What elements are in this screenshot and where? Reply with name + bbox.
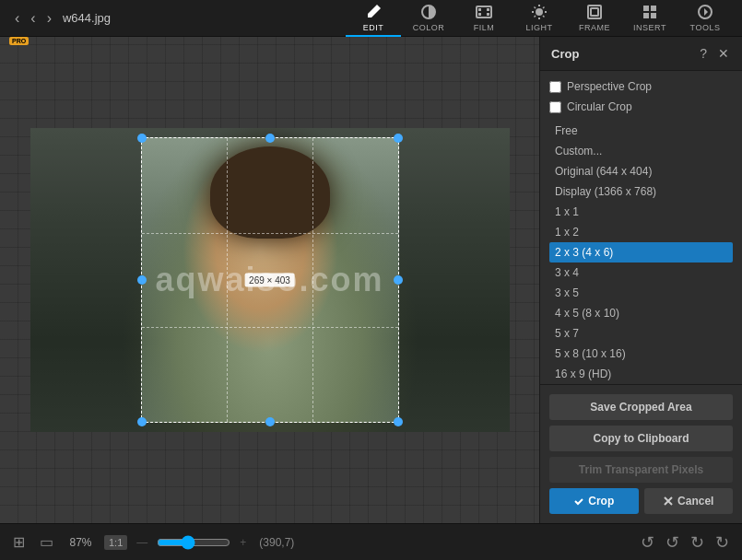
zoom-slider[interactable] [157,535,230,550]
panel-header-btns: ? ✕ [698,44,731,63]
svg-rect-1 [477,6,491,18]
trim-pixels-btn: Trim Transparent Pixels [549,457,733,483]
color-icon [419,3,438,21]
main-image: aqwaiso.com [30,128,510,432]
light-icon [530,3,548,21]
image-person [30,128,510,432]
list-item[interactable]: 3 x 4 [549,262,733,283]
list-item[interactable]: 3 x 5 [549,283,733,303]
edit-icon [364,3,383,21]
grid-view-btn[interactable]: ⊞ [9,531,29,553]
circular-crop-checkbox[interactable] [549,101,561,113]
perspective-crop-checkbox[interactable] [549,81,561,93]
svg-rect-5 [487,13,489,16]
tab-frame[interactable]: FRAME [567,0,622,37]
next-btn[interactable]: › [41,6,57,30]
svg-rect-2 [478,8,481,11]
svg-line-13 [543,6,545,8]
crop-handle-ml[interactable] [137,275,147,285]
back-btn[interactable]: ‹ [9,6,25,30]
panel-footer: Save Cropped Area Copy to Clipboard Trim… [540,384,742,523]
action-row: Crop Cancel [549,488,733,514]
tab-film[interactable]: FILM [456,0,512,37]
tab-light[interactable]: LIGHT [512,0,567,37]
pro-badge: PRO [9,37,29,45]
panel-body: Perspective Crop Circular Crop FreeCusto… [540,71,742,384]
main-area: aqwaiso.com [0,37,742,523]
list-item[interactable]: 4 x 5 (8 x 10) [549,303,733,323]
crop-confirm-btn[interactable]: Crop [549,488,639,514]
canvas-area: aqwaiso.com [0,37,539,523]
list-item[interactable]: 16 x 9 (HD) [549,364,733,384]
perspective-crop-label[interactable]: Perspective Crop [567,80,652,93]
crop-options-list: FreeCustom...Original (644 x 404)Display… [549,121,733,384]
list-item[interactable]: 5 x 7 [549,323,733,344]
circular-crop-row: Circular Crop [549,100,733,113]
view-mode-btn[interactable]: ▭ [36,531,57,553]
circular-crop-label[interactable]: Circular Crop [567,100,632,113]
toolbar: EDIT COLOR FILM [346,0,733,37]
ratio-btn[interactable]: 1:1 [104,535,127,550]
redo-btn[interactable]: ↻ [687,531,708,554]
undo-redo-btns: ↺ ↺ ↻ ↻ [637,531,733,554]
prev-btn[interactable]: ‹ [25,6,41,30]
cancel-btn[interactable]: Cancel [644,488,734,514]
tab-frame-label: FRAME [579,23,610,32]
image-container: aqwaiso.com [30,128,510,432]
zoom-pct: 87% [65,536,97,549]
checkmark-icon [573,496,584,507]
tools-icon [696,3,714,21]
tab-insert[interactable]: INSERT [622,0,677,37]
crop-handle-tl[interactable] [137,134,147,143]
crop-handle-tc[interactable] [265,134,275,143]
coords: (390,7) [259,536,294,549]
undo-btn[interactable]: ↺ [637,531,658,554]
save-cropped-btn[interactable]: Save Cropped Area [549,394,733,420]
panel-title: Crop [551,47,579,61]
cancel-label: Cancel [677,495,713,508]
svg-point-6 [536,8,543,16]
coords-value: (390,7) [259,536,294,549]
help-btn[interactable]: ? [698,44,709,63]
perspective-crop-row: Perspective Crop [549,80,733,93]
list-item[interactable]: Custom... [549,141,733,161]
list-item[interactable]: Original (644 x 404) [549,161,733,181]
tab-color-label: COLOR [413,23,445,32]
frame-icon [585,3,604,21]
tab-light-label: LIGHT [525,23,552,32]
crop-handle-bc[interactable] [265,417,275,426]
filename: w644.jpg [63,11,111,25]
tab-color[interactable]: COLOR [401,0,456,37]
svg-rect-19 [643,13,649,18]
copy-clipboard-btn[interactable]: Copy to Clipboard [549,426,733,451]
x-icon [663,496,674,507]
crop-handle-br[interactable] [394,417,403,426]
close-btn[interactable]: ✕ [716,44,731,63]
crop-handle-bl[interactable] [137,417,147,426]
top-bar: ‹ ‹ › w644.jpg EDIT COLOR [0,0,742,37]
crop-handle-mr[interactable] [394,275,403,285]
film-icon [475,3,493,21]
tab-film-label: FILM [474,23,495,32]
crop-handle-tr[interactable] [394,134,403,143]
bottom-bar: ⊞ ▭ 87% 1:1 — + (390,7) ↺ ↺ ↻ ↻ [0,523,742,560]
svg-rect-17 [643,6,649,11]
panel-header: Crop ? ✕ [540,37,742,71]
insert-icon [641,3,659,21]
list-item[interactable]: Free [549,121,733,141]
svg-line-14 [535,16,536,18]
svg-rect-4 [478,13,481,16]
list-item[interactable]: Display (1366 x 768) [549,181,733,202]
list-item[interactable]: 1 x 1 [549,202,733,222]
tab-edit[interactable]: EDIT [346,0,401,37]
svg-rect-20 [651,13,656,18]
tab-tools[interactable]: TOOLS [677,0,733,37]
svg-rect-3 [487,8,489,11]
tab-tools-label: TOOLS [690,23,721,32]
list-item[interactable]: 1 x 2 [549,222,733,242]
redo2-btn[interactable]: ↻ [712,531,733,554]
list-item[interactable]: 2 x 3 (4 x 6) [549,242,733,262]
list-item[interactable]: 5 x 8 (10 x 16) [549,344,733,364]
svg-rect-18 [651,6,656,11]
undo2-btn[interactable]: ↺ [662,531,683,554]
